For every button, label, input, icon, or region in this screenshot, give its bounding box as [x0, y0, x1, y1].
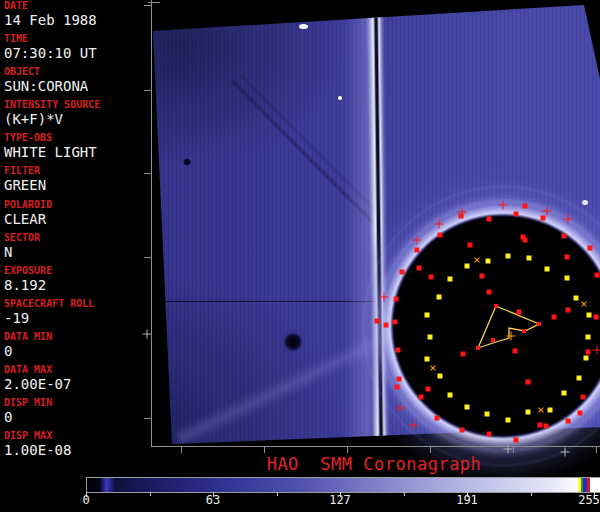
smm-coronagraph-viewer: DATE14 Feb 1988TIME07:30:10 UTOBJECTSUN:…: [0, 0, 600, 512]
left-axis-tick: [144, 173, 151, 174]
colorbar-tick-label: 255: [578, 493, 600, 507]
viewer-title: HAO SMM Coronagraph: [148, 454, 600, 474]
colorbar-minor-tick: [404, 492, 405, 496]
bottom-axis-tick: [347, 447, 348, 453]
image-axes: [0, 0, 600, 512]
colorbar-tick-label: 63: [206, 493, 220, 507]
colorbar: [86, 477, 600, 493]
top-axis-stub: [148, 2, 160, 3]
colorbar-minor-tick: [277, 492, 278, 496]
colorbar-tick-label: 0: [82, 493, 89, 507]
left-axis-tick: [144, 418, 151, 419]
left-axis-line: [151, 0, 152, 447]
colorbar-stripe: [587, 478, 590, 492]
bottom-axis-tick: [513, 447, 514, 453]
bottom-axis-tick: [181, 447, 182, 453]
left-axis-tick: [144, 90, 151, 91]
colorbar-minor-tick: [531, 492, 532, 496]
colorbar-tick-label: 191: [456, 493, 478, 507]
bottom-axis-tick: [596, 447, 597, 453]
bottom-axis-tick: [264, 447, 265, 453]
bottom-axis-line: [151, 446, 600, 447]
left-axis-tick: [144, 257, 151, 258]
bottom-axis-tick: [430, 447, 431, 453]
colorbar-minor-tick: [150, 492, 151, 496]
colorbar-tick-label: 127: [329, 493, 351, 507]
left-axis-tick: [144, 5, 151, 6]
